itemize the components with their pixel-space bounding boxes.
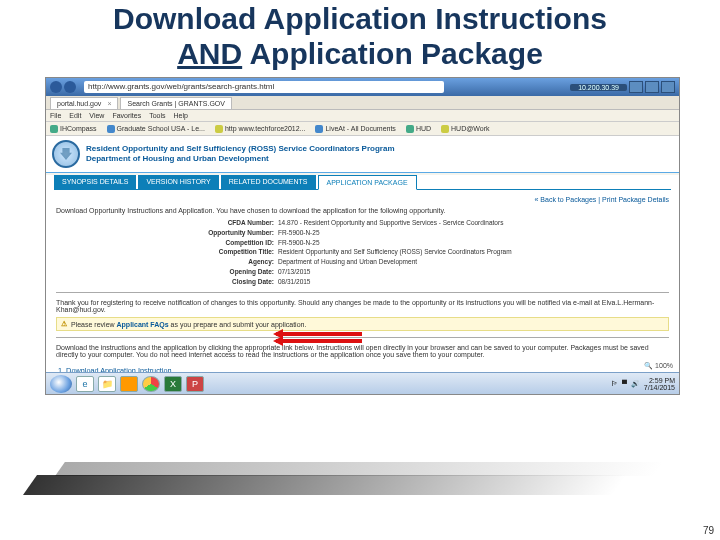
browser-titlebar: http://www.grants.gov/web/grants/search-…	[46, 78, 679, 96]
zoom-indicator[interactable]: 🔍 100%	[644, 362, 673, 370]
tab-synopsis[interactable]: SYNOPSIS DETAILS	[54, 175, 136, 190]
tab-close-icon[interactable]: ×	[107, 100, 111, 107]
arrow-icon	[276, 339, 362, 343]
bookmark-item[interactable]: HUD	[406, 125, 431, 133]
browser-window: http://www.grants.gov/web/grants/search-…	[45, 77, 680, 395]
back-to-packages-link[interactable]: « Back to Packages	[534, 196, 596, 203]
menu-edit[interactable]: Edit	[69, 112, 81, 119]
decorative-shadow	[55, 462, 665, 476]
download-note: Download the instructions and the applic…	[56, 344, 669, 358]
applicant-faq-link[interactable]: Applicant FAQs	[117, 321, 169, 328]
bookmark-item[interactable]: http www.techforce2012...	[215, 125, 306, 133]
clock-time[interactable]: 2:59 PM	[644, 377, 675, 384]
minimize-button[interactable]	[629, 81, 643, 93]
bookmark-icon	[50, 125, 58, 133]
tab-application-package[interactable]: APPLICATION PACKAGE	[318, 175, 417, 190]
slide-title-and: AND	[177, 37, 242, 70]
bookmark-item[interactable]: Graduate School USA - Le...	[107, 125, 205, 133]
taskbar-powerpoint-icon[interactable]: P	[186, 376, 204, 392]
page-header-text: Resident Opportunity and Self Sufficienc…	[86, 144, 395, 164]
bookmark-item[interactable]: HUD@Work	[441, 125, 489, 133]
arrow-icon	[276, 332, 362, 336]
tab-related-documents[interactable]: RELATED DOCUMENTS	[221, 175, 316, 190]
bookmark-icon	[107, 125, 115, 133]
taskbar-firefox-icon[interactable]	[120, 376, 138, 392]
menu-tools[interactable]: Tools	[149, 112, 165, 119]
tray-network-icon[interactable]: ▀	[622, 380, 627, 387]
bookmark-icon	[441, 125, 449, 133]
taskbar-excel-icon[interactable]: X	[164, 376, 182, 392]
windows-taskbar: e 📁 X P 🏳 ▀ 🔊 2:59 PM 7/14/2015	[46, 372, 679, 394]
slide-page-number: 79	[703, 525, 714, 536]
bookmarks-bar: IHCompass Graduate School USA - Le... ht…	[46, 122, 679, 136]
bookmark-item[interactable]: LiveAt - All Documents	[315, 125, 395, 133]
tray-volume-icon[interactable]: 🔊	[631, 380, 640, 388]
bookmark-item[interactable]: IHCompass	[50, 125, 97, 133]
tab-version-history[interactable]: VERSION HISTORY	[138, 175, 218, 190]
slide-title: Download Application Instructions AND Ap…	[0, 0, 720, 77]
ip-indicator: 10.200.30.39	[570, 84, 627, 91]
bookmark-icon	[215, 125, 223, 133]
faq-banner: ⚠ Please review Applicant FAQs as you pr…	[56, 317, 669, 331]
taskbar-chrome-icon[interactable]	[142, 376, 160, 392]
annotation-arrows	[276, 329, 362, 346]
decorative-shadow	[23, 475, 627, 495]
menu-favorites[interactable]: Favorites	[112, 112, 141, 119]
taskbar-explorer-icon[interactable]: 📁	[98, 376, 116, 392]
bookmark-icon	[315, 125, 323, 133]
system-tray[interactable]: 🏳 ▀ 🔊 2:59 PM 7/14/2015	[611, 377, 675, 391]
browser-tabstrip: portal.hud.gov× Search Grants | GRANTS.G…	[46, 96, 679, 110]
menu-help[interactable]: Help	[174, 112, 188, 119]
thank-you-note: Thank you for registering to receive not…	[56, 299, 669, 313]
back-button[interactable]	[50, 81, 62, 93]
clock-date: 7/14/2015	[644, 384, 675, 391]
forward-button[interactable]	[64, 81, 76, 93]
page-tabs: SYNOPSIS DETAILS VERSION HISTORY RELATED…	[46, 175, 679, 190]
menu-file[interactable]: File	[50, 112, 61, 119]
taskbar-ie-icon[interactable]: e	[76, 376, 94, 392]
hud-seal-icon	[52, 140, 80, 168]
browser-tab[interactable]: Search Grants | GRANTS.GOV	[120, 97, 232, 109]
download-intro: Download Opportunity Instructions and Ap…	[56, 207, 669, 214]
close-button[interactable]	[661, 81, 675, 93]
maximize-button[interactable]	[645, 81, 659, 93]
menu-bar: File Edit View Favorites Tools Help	[46, 110, 679, 122]
browser-tab[interactable]: portal.hud.gov×	[50, 97, 118, 109]
start-button[interactable]	[50, 375, 72, 393]
print-package-link[interactable]: Print Package Details	[602, 196, 669, 203]
bookmark-icon	[406, 125, 414, 133]
opportunity-details: CFDA Number: 14.870 - Resident Opportuni…	[56, 218, 669, 286]
tray-flag-icon[interactable]: 🏳	[611, 380, 618, 387]
page-header: Resident Opportunity and Self Sufficienc…	[46, 136, 679, 173]
page-action-links: « Back to Packages | Print Package Detai…	[56, 196, 669, 203]
menu-view[interactable]: View	[89, 112, 104, 119]
page-content: « Back to Packages | Print Package Detai…	[46, 190, 679, 394]
warning-icon: ⚠	[61, 320, 67, 328]
address-bar[interactable]: http://www.grants.gov/web/grants/search-…	[84, 81, 444, 93]
